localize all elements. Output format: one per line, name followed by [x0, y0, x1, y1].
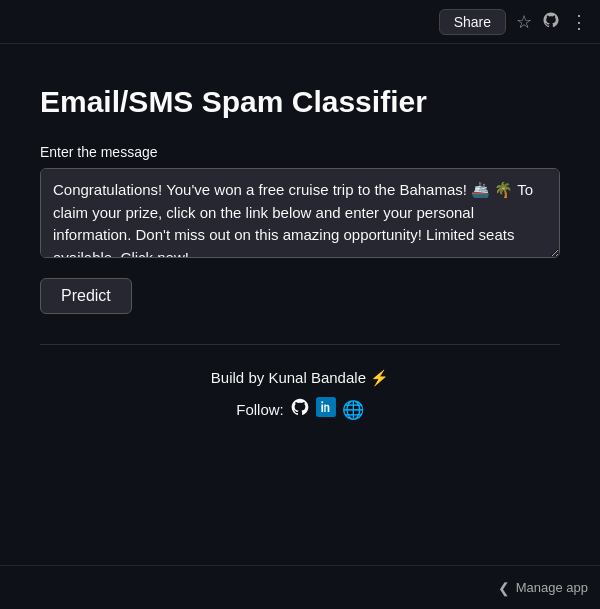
top-bar: Share ☆ ⋮ — [0, 0, 600, 44]
app-title: Email/SMS Spam Classifier — [40, 84, 560, 120]
manage-app-label: Manage app — [516, 580, 588, 595]
chevron-left-icon: ❮ — [498, 580, 510, 596]
star-icon[interactable]: ☆ — [516, 13, 532, 31]
github-icon[interactable] — [542, 11, 560, 32]
predict-button[interactable]: Predict — [40, 278, 132, 314]
footer-linkedin-icon[interactable] — [316, 397, 336, 422]
bottom-bar: ❮ Manage app — [0, 565, 600, 609]
share-label: Share — [454, 14, 491, 30]
share-button[interactable]: Share — [439, 9, 506, 35]
main-content: Email/SMS Spam Classifier Enter the mess… — [0, 44, 600, 565]
build-text: Build by Kunal Bandale ⚡ — [40, 369, 560, 387]
follow-label: Follow: — [236, 401, 284, 418]
manage-app-button[interactable]: ❮ Manage app — [498, 580, 588, 596]
message-input[interactable]: Congratulations! You've won a free cruis… — [40, 168, 560, 258]
footer-github-icon[interactable] — [290, 397, 310, 422]
divider — [40, 344, 560, 345]
more-menu-icon[interactable]: ⋮ — [570, 13, 588, 31]
input-section: Enter the message Congratulations! You'v… — [40, 144, 560, 262]
footer-web-icon[interactable]: 🌐 — [342, 399, 364, 421]
top-bar-actions: Share ☆ ⋮ — [439, 9, 588, 35]
input-label: Enter the message — [40, 144, 560, 160]
follow-row: Follow: 🌐 — [40, 397, 560, 422]
svg-rect-0 — [316, 397, 336, 417]
